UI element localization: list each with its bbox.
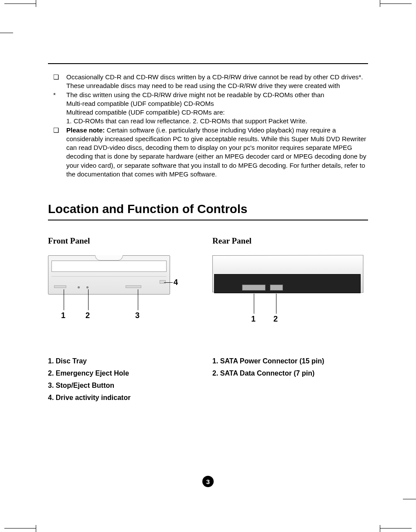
divider (48, 63, 368, 64)
page-content: ❏ Occasionally CD-R and CD-RW discs writ… (36, 33, 380, 499)
note-lead: Please note: (66, 126, 105, 134)
crop-mark (403, 499, 416, 499)
legend-item: 4. Drive activity indicator (48, 394, 204, 402)
bullet-icon: ❏ (53, 73, 66, 91)
callout-label: 3 (135, 311, 140, 320)
page-number: 3 (202, 476, 214, 487)
legend-item: 2. Emergency Eject Hole (48, 369, 204, 377)
rear-drive-diagram (212, 255, 361, 305)
rear-legend: 1. SATA Power Connector (15 pin) 2. SATA… (212, 357, 368, 377)
front-panel-section: Front Panel 1 (48, 236, 204, 406)
legend-item: 3. Stop/Eject Button (48, 382, 204, 390)
note-item: ❏ Occasionally CD-R and CD-RW discs writ… (53, 73, 368, 91)
asterisk-icon: * (53, 91, 66, 126)
note-text: Multi-read compatible (UDF compatible) C… (66, 99, 368, 108)
note-item: ❏ Please note: Certain software (i.e. pa… (53, 126, 368, 179)
note-item: * The disc written using the CD-R/RW dri… (53, 91, 368, 126)
section-title: Location and Function of Controls (48, 202, 368, 220)
callout-label: 2 (85, 311, 90, 320)
crop-mark (36, 0, 36, 7)
note-text: Occasionally CD-R and CD-RW discs writte… (66, 73, 368, 81)
crop-mark (36, 525, 36, 532)
rear-panel-section: Rear Panel 1 2 1. SATA Power Connector (… (212, 236, 368, 406)
callout-label: 1 (61, 311, 65, 320)
crop-mark (380, 0, 380, 7)
callout-label: 2 (273, 315, 278, 324)
callout-label: 1 (251, 315, 256, 324)
crop-mark (4, 3, 36, 4)
notes-list: ❏ Occasionally CD-R and CD-RW discs writ… (53, 73, 368, 179)
crop-mark (380, 525, 380, 532)
note-text: Multiread compatible (UDF compatible) CD… (66, 108, 368, 117)
legend-item: 2. SATA Data Connector (7 pin) (212, 369, 368, 377)
bullet-icon: ❏ (53, 126, 66, 179)
note-text: 2. CD-ROMs that support Packet Write. (193, 117, 307, 125)
front-drive-diagram (48, 255, 170, 295)
front-panel-title: Front Panel (48, 236, 204, 246)
crop-mark (4, 528, 36, 529)
note-text: The disc written using the CD-R/RW drive… (66, 91, 368, 99)
crop-mark (0, 33, 13, 33)
crop-mark (380, 528, 412, 529)
note-text: Please note: Certain software (i.e. part… (66, 126, 366, 178)
note-rest: Certain software (i.e. particularly thos… (66, 126, 366, 178)
callout-label: 4 (174, 278, 178, 287)
note-text: 1. CD-ROMs that can read low reflectance… (66, 117, 191, 125)
rear-panel-title: Rear Panel (212, 236, 368, 246)
legend-item: 1. Disc Tray (48, 357, 204, 365)
legend-item: 1. SATA Power Connector (15 pin) (212, 357, 368, 365)
crop-mark (380, 3, 412, 4)
note-text: These unreadable discs may need to be re… (66, 81, 368, 90)
front-legend: 1. Disc Tray 2. Emergency Eject Hole 3. … (48, 357, 204, 402)
